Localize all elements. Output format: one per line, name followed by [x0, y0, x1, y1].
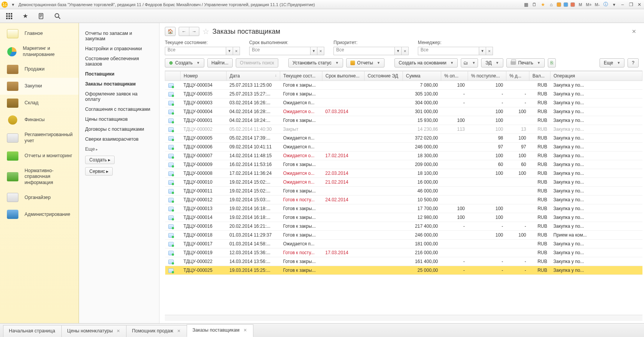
info-icon[interactable]: ⓘ: [603, 2, 609, 8]
submenu-link[interactable]: Отчеты по запасам и закупкам: [79, 28, 159, 44]
submenu-link[interactable]: Договоры с поставщиками: [79, 124, 159, 134]
table-row[interactable]: ТДЦУ-00001801.03.2014 11:29:37Готов к за…: [165, 231, 642, 240]
horizontal-scrollbar[interactable]: [165, 315, 642, 321]
table-row[interactable]: ТДЦУ-00001019.02.2014 15:02:...Ожидается…: [165, 178, 642, 187]
maximize-icon[interactable]: ❐: [628, 2, 634, 8]
bottom-tab[interactable]: Цены номенклатуры✕: [61, 325, 127, 337]
sidebar-item[interactable]: Отчеты и мониторинг: [0, 148, 79, 164]
tab-close-icon[interactable]: ✕: [243, 328, 247, 333]
column-header[interactable]: Номер: [181, 71, 227, 81]
filter-select[interactable]: Все: [334, 47, 395, 55]
submenu-link[interactable]: Цены поставщиков: [79, 114, 159, 124]
minimize-icon[interactable]: –: [619, 2, 626, 8]
square3-icon[interactable]: [570, 2, 575, 7]
apps-icon[interactable]: [5, 12, 13, 20]
bottom-tab[interactable]: Начальная страница: [3, 325, 62, 337]
table-row[interactable]: ТДЦУ-00001912.03.2014 15:36:...Готов к п…: [165, 248, 642, 257]
filter-dropdown-icon[interactable]: ▼: [479, 47, 486, 55]
submenu-link[interactable]: Оформление заявок на оплату: [79, 89, 159, 104]
filter-dropdown-icon[interactable]: ▼: [226, 47, 233, 55]
table-row[interactable]: ТДЦУ-00000104.02.2014 18:24:...Готов к з…: [165, 116, 642, 125]
set-status-button[interactable]: Установить статус▼: [288, 58, 343, 67]
table-row[interactable]: ТДЦУ-00001219.02.2014 15:03:...Готов к п…: [165, 196, 642, 204]
nav-back-button[interactable]: ←: [179, 27, 189, 36]
bookmark-icon[interactable]: ☆: [202, 27, 209, 36]
submenu-more[interactable]: Еще: [79, 144, 159, 154]
submenu-link[interactable]: Состояние обеспечения заказов: [79, 54, 159, 69]
square2-icon[interactable]: [564, 2, 568, 7]
filter-clear-icon[interactable]: ×: [233, 47, 240, 55]
filter-dropdown-icon[interactable]: ▼: [310, 47, 317, 55]
m-icon[interactable]: M: [577, 2, 583, 8]
dropdown-icon[interactable]: ▾: [10, 2, 16, 8]
bottom-tab[interactable]: Помощник продаж✕: [126, 325, 187, 337]
star-icon[interactable]: ★: [540, 2, 546, 8]
attach-button[interactable]: 🗂▼: [461, 58, 478, 67]
sidebar-item[interactable]: Продажи: [0, 61, 79, 78]
sidebar-item[interactable]: Закупки: [0, 78, 79, 95]
column-header[interactable]: % поступле...: [468, 71, 506, 81]
find-button[interactable]: Найти...: [207, 58, 233, 67]
filter-clear-icon[interactable]: ×: [402, 47, 409, 55]
table-row[interactable]: ТДЦУ-00000505.02.2014 17:39:...Ожидается…: [165, 134, 642, 143]
help-button[interactable]: ?: [628, 58, 639, 67]
home-icon[interactable]: ⌂: [548, 2, 554, 8]
column-header[interactable]: Текущее сост...: [280, 71, 322, 81]
filter-select[interactable]: Все: [165, 47, 226, 55]
bottom-tab[interactable]: Заказы поставщикам✕: [187, 324, 253, 337]
grid-icon[interactable]: ▦: [523, 2, 529, 8]
table-row[interactable]: ТДЦУ-00002214.03.2014 13:56:...Готов к з…: [165, 257, 642, 266]
column-header[interactable]: [165, 71, 181, 81]
filter-select[interactable]: Все: [249, 47, 310, 55]
column-header[interactable]: % оп...: [441, 71, 468, 81]
note-icon[interactable]: 🗒: [531, 2, 537, 8]
table-row[interactable]: ТДЦУ-00000303.02.2014 16:26:...Ожидается…: [165, 99, 642, 107]
sidebar-item[interactable]: Нормативно-справочная информация: [0, 164, 79, 189]
tab-close-icon[interactable]: ✕: [177, 329, 181, 334]
table-row[interactable]: ТДЦУ-00000916.02.2014 11:53:16Готов к за…: [165, 160, 642, 169]
column-header[interactable]: Дата: [227, 71, 280, 81]
submenu-button[interactable]: Создать ▸: [85, 156, 115, 164]
m-minus-icon[interactable]: M-: [594, 2, 600, 8]
create-button[interactable]: ⊕Создать▼: [165, 58, 204, 67]
column-header[interactable]: Вал...: [529, 71, 550, 81]
info-dd-icon[interactable]: ▾: [611, 2, 617, 8]
column-header[interactable]: Сумма: [403, 71, 441, 81]
submenu-link[interactable]: Сверки взаиморасчетов: [79, 134, 159, 144]
print-button[interactable]: Печать▼: [506, 58, 545, 67]
table-row[interactable]: ТДЦУ-00001701.03.2014 14:58:...Ожидается…: [165, 240, 642, 248]
square1-icon[interactable]: [557, 2, 561, 7]
column-header[interactable]: Операция: [550, 71, 642, 81]
sidebar-item[interactable]: Регламентированный учет: [0, 128, 79, 147]
sidebar-item[interactable]: Финансы: [0, 112, 79, 128]
column-header[interactable]: % д...: [506, 71, 529, 81]
table-row[interactable]: ТДЦУ-00001620.02.2014 16:21:...Готов к з…: [165, 222, 642, 231]
table-row[interactable]: ТДЦУ-00001319.02.2014 16:18:...Готов к з…: [165, 204, 642, 213]
tab-close-icon[interactable]: ✕: [117, 329, 120, 334]
filter-dropdown-icon[interactable]: ▼: [395, 47, 402, 55]
sidebar-item[interactable]: Органайзер: [0, 189, 79, 206]
table-row[interactable]: ТДЦУ-00000714.02.2014 11:48:15Ожидается …: [165, 151, 642, 160]
column-header[interactable]: Состояние ЭД: [365, 71, 403, 81]
table-row[interactable]: ТДЦУ-00003425.07.2013 11:25:00Готов к за…: [165, 81, 642, 90]
table-wrap[interactable]: НомерДатаТекущее сост...Срок выполне...С…: [165, 71, 642, 315]
filter-clear-icon[interactable]: ×: [486, 47, 493, 55]
column-header[interactable]: Срок выполне...: [322, 71, 365, 81]
more-button[interactable]: Еще▼: [600, 58, 624, 67]
sidebar-item[interactable]: Склад: [0, 95, 79, 112]
submenu-link[interactable]: Соглашения с поставщиками: [79, 104, 159, 114]
submenu-link[interactable]: Настройки и справочники: [79, 44, 159, 54]
table-row[interactable]: ТДЦУ-00000205.02.2014 11:40:30Закрыт14 2…: [165, 125, 642, 134]
close-page-button[interactable]: ✕: [629, 28, 639, 35]
close-window-icon[interactable]: ✕: [636, 2, 642, 8]
filter-clear-icon[interactable]: ×: [317, 47, 324, 55]
sidebar-item[interactable]: Администрирование: [0, 206, 79, 223]
sidebar-item[interactable]: Главное: [0, 25, 79, 42]
submenu-button[interactable]: Сервис ▸: [85, 167, 113, 176]
m-plus-icon[interactable]: M+: [586, 2, 592, 8]
home-button[interactable]: 🏠: [165, 27, 176, 36]
table-row[interactable]: ТДЦУ-00003525.07.2013 15:27:...Готов к з…: [165, 90, 642, 99]
nav-fwd-button[interactable]: →: [189, 27, 199, 36]
sidebar-item[interactable]: Маркетинг и планирование: [0, 42, 79, 61]
filter-select[interactable]: Все: [418, 47, 479, 55]
